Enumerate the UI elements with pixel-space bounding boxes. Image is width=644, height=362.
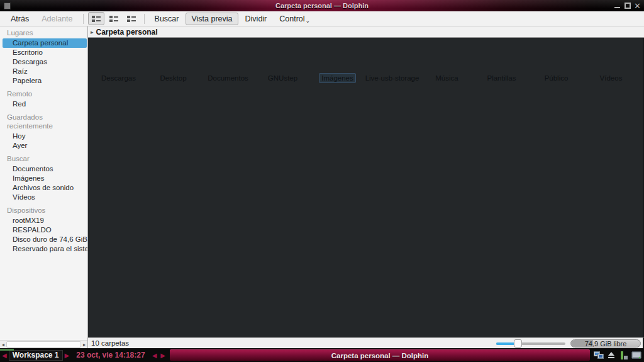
folder-item[interactable]: Documentos	[201, 38, 255, 83]
folder-label: Vídeos	[597, 73, 625, 83]
preview-button[interactable]: Vista previa	[186, 13, 238, 25]
folder-item[interactable]: Plantillas	[474, 38, 529, 83]
details-view-icon	[126, 15, 136, 23]
recent-section-header: Guardados recientemente	[0, 113, 87, 130]
network-icon[interactable]	[594, 351, 604, 360]
sidebar-item-papelera[interactable]: Papelera	[3, 76, 87, 86]
volume-meter-icon[interactable]	[619, 351, 629, 360]
sidebar-item-red[interactable]: Red	[3, 99, 87, 109]
status-items-count: 10 carpetas	[91, 339, 129, 347]
folder-item[interactable]: Vídeos	[584, 38, 638, 83]
display-settings-icon[interactable]	[631, 351, 641, 360]
folder-item[interactable]: GNUstep	[255, 38, 310, 83]
remote-section-header: Remoto	[0, 89, 87, 98]
workspace-switcher[interactable]: Workspace 1	[9, 350, 63, 361]
sidebar-item-descargas[interactable]: Descargas	[3, 57, 87, 67]
view-icons-button[interactable]	[88, 12, 104, 25]
titlebar[interactable]: Carpeta personal — Dolphin ✕	[0, 0, 644, 11]
scroll-right-arrow-icon[interactable]: ▸	[81, 341, 87, 348]
eject-icon[interactable]	[606, 351, 616, 360]
taskbar: ◀ Workspace 1 ▶ 23 oct, vie 14:18:27 ◀ ▶…	[0, 349, 644, 361]
free-space-bar: 74,9 GiB libre	[570, 339, 641, 348]
task-prev-arrow-icon[interactable]: ◀	[150, 352, 159, 359]
folder-item[interactable]: Desktop	[146, 38, 201, 83]
breadcrumb: ▸ Carpeta personal	[88, 26, 644, 38]
sidebar-item-imagenes[interactable]: Imágenes	[3, 174, 87, 183]
folder-label: Música	[433, 73, 460, 83]
sidebar-item-raiz[interactable]: Raíz	[3, 67, 87, 76]
sidebar-item-reservado[interactable]: Reservado para el sistema	[3, 244, 87, 254]
task-next-arrow-icon[interactable]: ▶	[158, 352, 167, 359]
back-button[interactable]: Atrás	[5, 13, 35, 25]
devices-section-header: Dispositivos	[0, 206, 87, 215]
folder-item-highlighted[interactable]: Imágenes	[310, 38, 365, 83]
sidebar-item-videos[interactable]: Vídeos	[3, 193, 87, 202]
places-section-header: Lugares	[0, 28, 87, 37]
toolbar-separator	[144, 14, 145, 24]
zoom-slider-fill	[496, 342, 516, 345]
folder-label: Plantillas	[484, 73, 518, 83]
view-compact-button[interactable]	[106, 12, 122, 25]
sidebar-item-documentos[interactable]: Documentos	[3, 164, 87, 174]
statusbar: 10 carpetas 74,9 GiB libre	[88, 337, 644, 348]
scrollbar-thumb[interactable]	[6, 341, 81, 348]
folder-item[interactable]: Live-usb-storage	[365, 38, 419, 83]
window-controls: ✕	[613, 2, 641, 10]
icons-view-icon	[91, 15, 101, 23]
toolbar: Atrás Adelante Buscar Vista previa Divid…	[0, 11, 644, 26]
chevron-down-icon: ⌄	[306, 18, 311, 24]
scroll-left-arrow-icon[interactable]: ◂	[0, 341, 6, 348]
sidebar-item-disco-duro[interactable]: Disco duro de 74,6 GiB	[3, 235, 87, 244]
taskbar-clock[interactable]: 23 oct, vie 14:18:27	[71, 351, 150, 359]
sidebar-item-archivos-de-sonido[interactable]: Archivos de sonido	[3, 183, 87, 193]
close-button[interactable]: ✕	[633, 2, 641, 10]
sidebar-item-rootmx19[interactable]: rootMX19	[3, 216, 87, 225]
folder-label: Live-usb-storage	[363, 73, 422, 83]
folder-label: Desktop	[157, 73, 189, 83]
zoom-slider[interactable]	[496, 339, 565, 348]
search-section-header: Buscar	[0, 154, 87, 163]
places-panel: Lugares Carpeta personal Escritorio Desc…	[0, 26, 88, 348]
control-button-label: Control	[279, 14, 304, 23]
sidebar-item-ayer[interactable]: Ayer	[3, 141, 87, 150]
folder-label: Descargas	[99, 73, 138, 83]
sidebar-item-hoy[interactable]: Hoy	[3, 132, 87, 141]
zoom-slider-handle[interactable]	[514, 339, 522, 348]
free-space-label: 74,9 GiB libre	[571, 340, 640, 348]
sidebar-item-escritorio[interactable]: Escritorio	[3, 48, 87, 57]
minimize-button[interactable]	[613, 2, 621, 10]
folder-label: GNUstep	[265, 73, 300, 83]
toolbar-separator	[83, 14, 84, 24]
breadcrumb-arrow-icon[interactable]: ▸	[91, 29, 94, 35]
view-details-button[interactable]	[123, 12, 140, 25]
maximize-button[interactable]	[623, 2, 631, 10]
sidebar-horizontal-scrollbar[interactable]: ◂ ▸	[0, 340, 87, 348]
folder-label: Imágenes	[319, 73, 356, 83]
workspace-next-arrow-icon[interactable]: ▶	[63, 352, 72, 359]
compact-view-icon	[109, 15, 119, 23]
desktop-screen: Carpeta personal — Dolphin ✕ Atrás Adela…	[0, 0, 644, 362]
folder-label: Público	[542, 73, 571, 83]
sidebar-item-carpeta-personal[interactable]: Carpeta personal	[3, 38, 87, 48]
taskbar-window-button[interactable]: Carpeta personal — Dolphin	[170, 349, 590, 361]
folder-item[interactable]: Público	[529, 38, 584, 83]
panel-edge-decoration	[0, 349, 14, 351]
control-button[interactable]: Control⌄	[274, 13, 316, 25]
file-view[interactable]: Descargas Desktop Documentos GNUstep Imá…	[88, 38, 644, 337]
folder-item[interactable]: Música	[419, 38, 474, 83]
forward-button[interactable]: Adelante	[36, 13, 78, 25]
taskbar-window-title: Carpeta personal — Dolphin	[331, 352, 429, 359]
window-title: Carpeta personal — Dolphin	[0, 2, 644, 9]
places-list: Lugares Carpeta personal Escritorio Desc…	[0, 26, 87, 340]
breadcrumb-current[interactable]: Carpeta personal	[96, 28, 158, 37]
folder-item[interactable]: Descargas	[91, 38, 146, 83]
workspace-prev-arrow-icon[interactable]: ◀	[0, 352, 9, 359]
search-button[interactable]: Buscar	[149, 13, 185, 25]
folder-label: Documentos	[205, 73, 251, 83]
sidebar-item-respaldo[interactable]: RESPALDO	[3, 225, 87, 235]
system-tray	[594, 351, 641, 360]
split-button[interactable]: Dividir	[240, 13, 273, 25]
